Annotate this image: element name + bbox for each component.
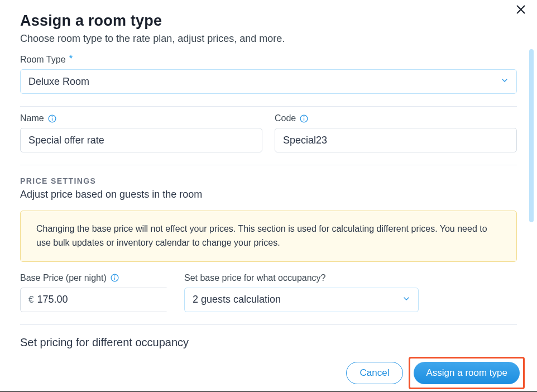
info-icon[interactable] <box>47 114 57 123</box>
assign-room-type-modal: Assign a room type Choose room type to t… <box>0 0 537 392</box>
room-type-select[interactable] <box>20 69 517 94</box>
modal-subtitle: Choose room type to the rate plan, adjus… <box>20 33 517 45</box>
name-field-wrap: Name <box>20 113 262 152</box>
pricing-diff-heading: Set pricing for different occupancy <box>20 336 517 349</box>
divider <box>20 106 517 107</box>
occupancy-field: Set base price for what occupancy? <box>184 273 419 312</box>
occupancy-select-label: Set base price for what occupancy? <box>184 273 325 283</box>
required-asterisk: * <box>69 54 73 64</box>
price-settings-subheading: Adjust price based on guests in the room <box>20 189 517 200</box>
info-icon[interactable] <box>110 273 119 283</box>
modal-content: Assign a room type Choose room type to t… <box>0 0 537 355</box>
base-price-input[interactable] <box>37 288 173 312</box>
room-type-label-row: Room Type * <box>20 55 517 65</box>
info-icon[interactable] <box>299 114 309 123</box>
base-price-label: Base Price (per night) <box>20 273 107 283</box>
divider <box>20 324 517 325</box>
occupancy-select[interactable] <box>184 288 419 312</box>
base-price-field: Base Price (per night) € <box>20 273 169 312</box>
modal-footer: Cancel Assign a room type <box>0 355 537 391</box>
modal-title: Assign a room type <box>20 12 517 30</box>
svg-point-7 <box>304 116 304 117</box>
close-button[interactable] <box>515 3 527 18</box>
name-input[interactable] <box>20 128 262 152</box>
price-settings-heading: PRICE SETTINGS <box>20 176 517 185</box>
divider <box>20 165 517 165</box>
price-notice: Changing the base price will not effect … <box>20 211 517 262</box>
svg-point-4 <box>52 116 52 117</box>
tutorial-highlight: Assign a room type <box>409 357 525 389</box>
code-input[interactable] <box>275 128 517 152</box>
scrollbar-thumb[interactable] <box>529 49 534 222</box>
currency-symbol: € <box>21 294 37 305</box>
code-field-wrap: Code <box>275 113 517 152</box>
code-field-label: Code <box>275 113 296 123</box>
assign-room-type-button[interactable]: Assign a room type <box>414 362 520 384</box>
room-type-label: Room Type <box>20 55 66 65</box>
base-price-input-group: € <box>20 288 169 312</box>
room-type-select-wrap <box>20 69 517 94</box>
svg-point-10 <box>114 276 115 276</box>
name-field-label: Name <box>20 113 44 123</box>
close-icon <box>515 8 527 17</box>
cancel-button[interactable]: Cancel <box>346 362 404 384</box>
